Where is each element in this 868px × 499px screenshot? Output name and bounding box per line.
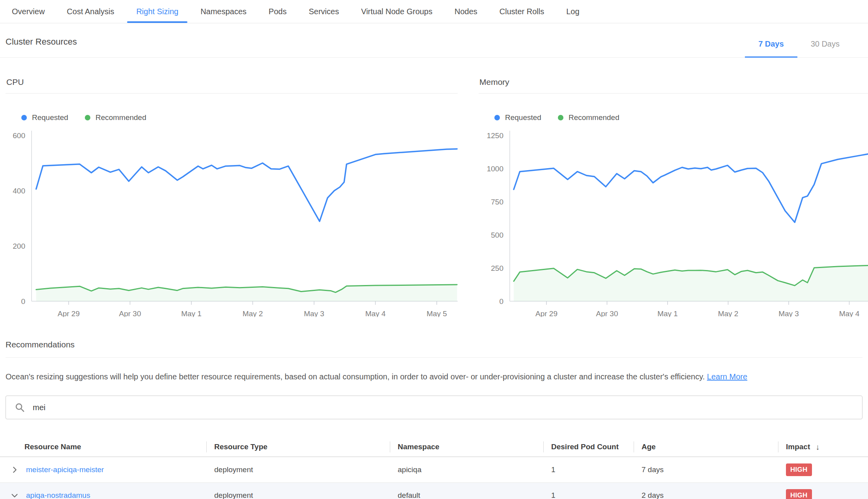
search-box[interactable] [6,396,862,419]
resource-name-cell: meister-apiciqa-meister [0,465,206,475]
svg-text:May 1: May 1 [181,310,202,317]
svg-text:May 4: May 4 [839,310,860,317]
resource-name-link[interactable]: apiqa-nostradamus [26,491,90,499]
column-header-label: Resource Type [214,443,268,451]
tab-label: Overview [12,7,45,16]
tab-namespaces[interactable]: Namespaces [189,0,258,23]
range-toggle-30-days[interactable]: 30 Days [797,39,853,57]
svg-text:May 2: May 2 [243,310,263,317]
tab-cost-analysis[interactable]: Cost Analysis [56,0,125,23]
learn-more-link[interactable]: Learn More [707,372,747,381]
tab-pods[interactable]: Pods [258,0,298,23]
tab-label: Pods [269,7,287,16]
cpu-chart-legend: Requested Recommended [21,113,458,122]
requested-legend-dot-icon [494,115,500,120]
memory-chart-title: Memory [479,77,868,94]
tab-cluster-rolls[interactable]: Cluster Rolls [488,0,555,23]
legend-label: Requested [32,113,68,122]
memory-chart-legend: Requested Recommended [494,113,868,122]
tab-right-sizing[interactable]: Right Sizing [125,0,189,23]
impact-high-badge: HIGH [786,463,812,476]
recommendations-title: Recommendations [6,340,862,358]
column-header-label: Namespace [398,443,440,451]
range-toggle-7-days[interactable]: 7 Days [745,39,797,57]
svg-text:600: 600 [13,131,25,140]
resource-type-cell: deployment [206,491,390,499]
column-header-resource-type[interactable]: Resource Type [206,437,390,456]
svg-text:1250: 1250 [487,131,503,140]
recommendations-description: Ocean's resizing suggestions will help y… [6,371,862,382]
namespace-cell: default [390,491,543,499]
search-icon [15,402,25,413]
expand-chevron-right-icon[interactable] [9,465,20,475]
svg-text:May 3: May 3 [304,310,324,317]
memory-chart: 025050075010001250Apr 29Apr 30May 1May 2… [479,128,868,317]
tab-label: Virtual Node Groups [361,7,432,16]
svg-text:1000: 1000 [487,165,503,173]
recommendations-description-text: Ocean's resizing suggestions will help y… [6,372,707,381]
svg-text:0: 0 [499,297,503,306]
desired-pod-count-cell: 1 [543,465,634,474]
age-cell: 2 days [634,491,778,499]
table-row[interactable]: meister-apiciqa-meister deployment apici… [0,457,868,482]
legend-item-requested: Requested [21,113,68,122]
svg-text:750: 750 [491,198,503,206]
search-input[interactable] [32,403,853,413]
legend-item-requested: Requested [494,113,541,122]
svg-text:May 1: May 1 [657,310,678,317]
tab-overview[interactable]: Overview [1,0,56,23]
resource-name-link[interactable]: meister-apiciqa-meister [26,465,104,474]
requested-legend-dot-icon [21,115,27,120]
tab-label: Cluster Rolls [499,7,544,16]
tab-log[interactable]: Log [555,0,590,23]
column-header-age[interactable]: Age [634,437,778,456]
column-header-namespace[interactable]: Namespace [390,437,543,456]
table-header-row: Resource Name Resource Type Namespace De… [0,437,868,457]
namespace-cell: apiciqa [390,465,543,474]
svg-text:May 2: May 2 [718,310,739,317]
svg-text:200: 200 [13,242,25,250]
recommended-legend-dot-icon [558,115,563,120]
tab-label: Right Sizing [136,7,178,16]
svg-text:Apr 29: Apr 29 [535,310,557,317]
memory-chart-panel: Memory Requested Recommended 02505007501… [479,77,868,317]
tab-virtual-node-groups[interactable]: Virtual Node Groups [350,0,443,23]
impact-high-badge: HIGH [786,489,812,499]
column-header-impact[interactable]: Impact ↓ [778,437,868,456]
svg-text:Apr 30: Apr 30 [119,310,141,317]
cpu-chart: 0200400600Apr 29Apr 30May 1May 2May 3May… [6,128,458,317]
cpu-chart-title: CPU [6,77,458,94]
tab-label: Log [566,7,579,16]
column-header-resource-name[interactable]: Resource Name [0,437,206,456]
column-header-desired-pod-count[interactable]: Desired Pod Count [543,437,634,456]
table-row[interactable]: apiqa-nostradamus deployment default 1 2… [0,482,868,499]
svg-text:0: 0 [21,297,25,306]
tab-bar: Overview Cost Analysis Right Sizing Name… [0,0,868,23]
svg-text:250: 250 [491,264,503,272]
tab-label: Cost Analysis [67,7,114,16]
resource-name-cell: apiqa-nostradamus [0,490,206,499]
svg-text:400: 400 [13,187,25,195]
collapse-chevron-down-icon[interactable] [9,490,20,499]
svg-text:Apr 30: Apr 30 [596,310,618,317]
svg-text:500: 500 [491,231,503,239]
recommended-legend-dot-icon [85,115,90,120]
time-range-toggle: 7 Days 30 Days [745,39,853,57]
resource-type-cell: deployment [206,465,390,474]
sort-descending-icon[interactable]: ↓ [816,443,819,452]
column-header-label: Impact [786,443,810,451]
column-header-label: Resource Name [24,443,81,451]
svg-text:May 4: May 4 [365,310,386,317]
legend-item-recommended: Recommended [558,113,619,122]
tab-services[interactable]: Services [297,0,350,23]
desired-pod-count-cell: 1 [543,491,634,499]
legend-label: Requested [505,113,541,122]
tab-nodes[interactable]: Nodes [443,0,488,23]
age-cell: 7 days [634,465,778,474]
column-header-label: Age [642,443,656,451]
legend-item-recommended: Recommended [85,113,146,122]
impact-cell: HIGH [778,463,868,476]
legend-label: Recommended [95,113,146,122]
charts-row: CPU Requested Recommended 0200400600Apr … [0,58,868,317]
svg-text:May 5: May 5 [427,310,447,317]
